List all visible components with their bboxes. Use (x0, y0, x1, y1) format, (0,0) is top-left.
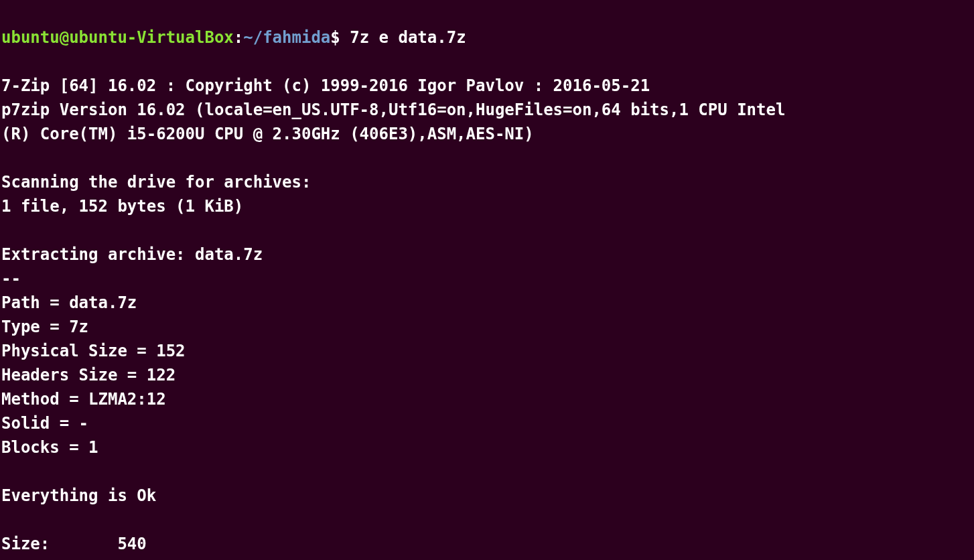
output-version: 7-Zip [64] 16.02 : Copyright (c) 1999-20… (1, 76, 650, 95)
prompt-dir: fahmida (263, 28, 330, 47)
output-method: Method = LZMA2:12 (1, 390, 166, 409)
output-status: Everything is Ok (1, 486, 156, 505)
prompt-slash: / (253, 28, 263, 47)
output-path: Path = data.7z (1, 293, 137, 312)
prompt-tilde: ~ (243, 28, 253, 47)
output-solid: Solid = - (1, 414, 88, 433)
output-type: Type = 7z (1, 318, 88, 336)
output-cpu: (R) Core(TM) i5-6200U CPU @ 2.30GHz (406… (1, 125, 534, 143)
output-scanning: Scanning the drive for archives: (1, 173, 311, 192)
output-extracting: Extracting archive: data.7z (1, 245, 263, 264)
output-filecount: 1 file, 152 bytes (1 KiB) (1, 197, 243, 216)
terminal[interactable]: ubuntu@ubuntu-VirtualBox:~/fahmida$ 7z e… (0, 0, 974, 560)
output-separator: -- (1, 269, 21, 288)
output-blocks: Blocks = 1 (1, 438, 98, 457)
output-size: Size: 540 (1, 535, 147, 553)
prompt-line: ubuntu@ubuntu-VirtualBox:~/fahmida$ 7z e… (1, 28, 466, 47)
prompt-user: ubuntu (1, 28, 60, 47)
output-headers-size: Headers Size = 122 (1, 366, 176, 384)
output-physical-size: Physical Size = 152 (1, 342, 186, 360)
prompt-dollar: $ (330, 28, 350, 47)
command-text: 7z e data.7z (350, 28, 466, 47)
output-p7zip: p7zip Version 16.02 (locale=en_US.UTF-8,… (1, 100, 785, 119)
prompt-at: @ (60, 28, 69, 47)
prompt-host: ubuntu-VirtualBox (69, 28, 234, 47)
prompt-colon: : (234, 28, 243, 47)
